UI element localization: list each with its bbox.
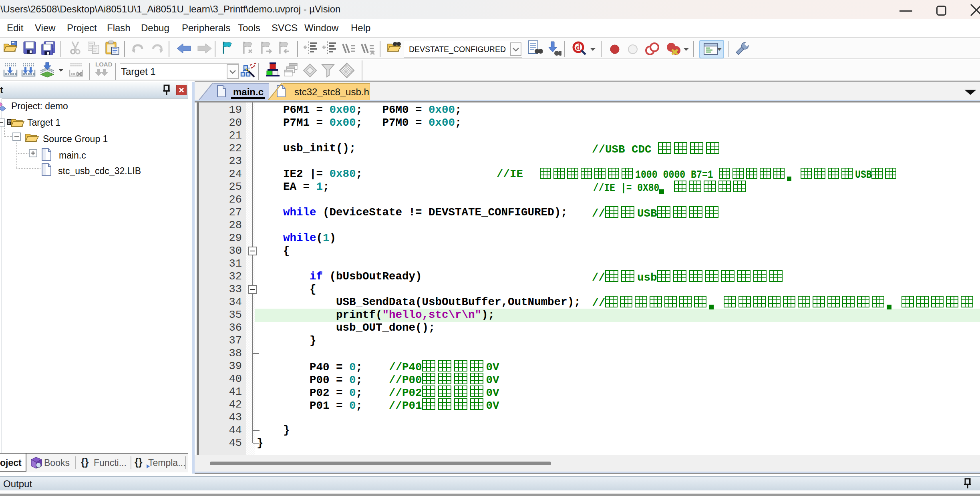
svg-text:LOAD: LOAD bbox=[95, 61, 113, 68]
svg-text:d: d bbox=[576, 43, 580, 52]
